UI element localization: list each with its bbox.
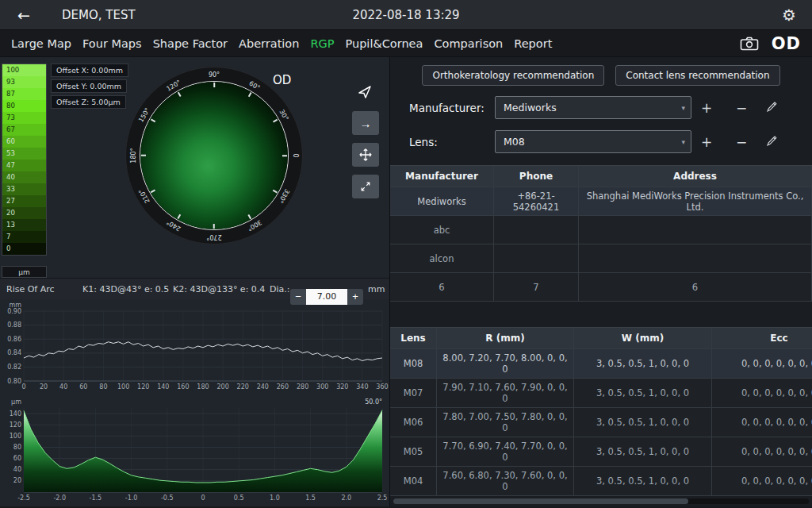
settings-gear-icon[interactable]: ⚙ [782,6,796,25]
nav-tab-large-map[interactable]: Large Map [11,37,71,50]
table-cell: M07 [390,379,437,407]
rise-of-arc-label: Rise Of Arc [6,284,55,294]
table-row[interactable]: M088.00, 7.20, 7.70, 8.00, 0, 0, 03, 0.5… [390,349,812,379]
lens-table: LensR (mm)W (mm)EccM088.00, 7.20, 7.70, … [390,327,812,496]
svg-text:40: 40 [59,383,67,391]
scale-value: 93 [2,76,46,88]
pan-right-button[interactable]: → [352,111,379,135]
manufacturer-table: ManufacturerPhoneAddressMediworks+86-21-… [390,165,812,302]
add-lens-button[interactable]: + [701,135,712,148]
scale-value: 47 [2,160,46,171]
remove-manufacturer-button[interactable]: − [736,101,747,114]
table-cell [579,244,812,272]
nav-tab-rgp[interactable]: RGP [310,37,334,50]
table-row[interactable]: abc [390,216,812,244]
svg-text:0.80: 0.80 [7,378,21,385]
svg-text:180: 180 [197,383,209,391]
svg-text:0.5: 0.5 [234,495,244,502]
table-row[interactable]: M067.80, 7.00, 7.50, 7.80, 0, 0, 03, 0.5… [390,408,812,437]
edit-lens-button[interactable] [766,135,777,148]
table-cell [494,244,579,272]
nav-tab-shape-factor[interactable]: Shape Factor [153,37,228,50]
table-cell: 6 [390,273,494,301]
camera-icon[interactable] [740,37,759,51]
color-scale-unit: μm [2,266,47,278]
table-cell: M04 [390,467,437,495]
nav-tab-comparison[interactable]: Comparison [434,37,503,50]
nav-right: OD [740,34,801,53]
color-scale: 1009387807367605347403327201370 [2,64,47,256]
svg-text:80: 80 [13,444,21,451]
table-cell: 3, 0.5, 0.5, 1, 0, 0, 0 [574,437,712,466]
datetime: 2022-08-18 13:29 [352,8,459,22]
svg-text:240: 240 [257,383,269,391]
expand-icon [359,180,372,193]
table-cell: 7.90, 7.10, 7.60, 7.90, 0, 0, 0 [437,379,574,407]
table-cell: 8.00, 7.20, 7.70, 8.00, 0, 0, 0 [437,349,574,378]
scrollbar-thumb[interactable] [393,498,688,504]
lens-row: Lens: M08 ▾ + − [390,130,812,153]
scale-value: 40 [2,171,46,183]
nav-tab-pupil-cornea[interactable]: Pupil&Cornea [345,37,423,50]
svg-text:280: 280 [297,383,308,391]
svg-text:20: 20 [40,383,48,391]
svg-text:20: 20 [13,477,21,484]
degree-label: 270° [206,233,221,241]
rgp-panel: Orthokeratology recommendation Contact l… [390,57,812,506]
horizontal-scrollbar [393,498,809,504]
table-cell: abc [390,216,494,244]
chevron-down-icon: ▾ [681,138,685,146]
svg-text:50.0°: 50.0° [365,398,382,406]
svg-text:-2.5: -2.5 [17,495,30,502]
nav-tab-report[interactable]: Report [514,37,552,50]
orthokeratology-recommendation-button[interactable]: Orthokeratology recommendation [422,65,604,86]
table-row[interactable]: 676 [390,273,812,302]
svg-text:-0.5: -0.5 [161,495,174,502]
back-icon[interactable]: ← [17,6,30,24]
table-header-row: LensR (mm)W (mm)Ecc [390,328,812,349]
scale-value: 7 [2,231,46,243]
edit-manufacturer-button[interactable] [766,101,777,114]
scale-value: 53 [2,148,46,160]
table-cell: Shanghai MediWorks Precision Instruments… [579,187,812,215]
table-cell: M08 [390,349,437,378]
table-cell: 6 [579,273,812,301]
cursor-pointer-icon[interactable] [357,84,373,103]
remove-lens-button[interactable]: − [736,135,747,148]
column-header-ecc: Ecc [712,328,812,348]
degree-tick [282,155,287,156]
recommendation-buttons: Orthokeratology recommendation Contact l… [390,65,812,86]
table-row[interactable]: alcon [390,244,812,273]
svg-text:0.84: 0.84 [7,349,21,356]
topography-heatmap [140,82,288,229]
svg-text:mm: mm [9,302,21,309]
svg-text:140: 140 [10,410,21,418]
add-manufacturer-button[interactable]: + [701,101,712,114]
move-button[interactable] [352,143,379,167]
degree-tick [213,224,215,229]
table-cell: 3, 0.5, 0.5, 1, 0, 0, 0 [574,349,712,378]
table-row[interactable]: M077.90, 7.10, 7.60, 7.90, 0, 0, 03, 0.5… [390,379,812,408]
expand-button[interactable] [352,175,379,198]
top-bar: ← DEMO, TEST 2022-08-18 13:29 ⚙ [0,0,812,30]
contact-lens-recommendation-button[interactable]: Contact lens recommendation [615,65,779,86]
column-header-phone: Phone [494,166,579,187]
svg-text:120: 120 [137,383,149,391]
svg-text:-2.0: -2.0 [53,495,66,502]
table-row[interactable]: Mediworks+86-21-54260421Shanghai MediWor… [390,187,812,216]
move-icon [358,148,373,162]
scale-value: 20 [2,207,46,219]
table-cell: alcon [390,244,494,272]
scale-value: 27 [2,195,46,207]
table-cell: 0, 0, 0, 0, 0, 0, 0 [712,349,812,378]
nav-tab-aberration[interactable]: Aberration [239,37,299,50]
offset-box: Offset X: 0.00mmOffset Y: 0.00mmOffset Z… [51,64,128,109]
table-row[interactable]: M047.60, 6.80, 7.30, 7.60, 0, 0, 03, 0.5… [390,467,812,496]
manufacturer-select[interactable]: Mediworks ▾ [495,96,691,119]
table-row[interactable]: M057.70, 6.90, 7.40, 7.70, 0, 0, 03, 0.5… [390,437,812,467]
lens-select[interactable]: M08 ▾ [495,130,691,153]
offset-readout: Offset X: 0.00mm [51,64,128,77]
nav-tab-four-maps[interactable]: Four Maps [82,37,142,50]
map-panel: 1009387807367605347403327201370 μm Offse… [0,57,390,506]
diameter-unit: mm [368,284,385,294]
